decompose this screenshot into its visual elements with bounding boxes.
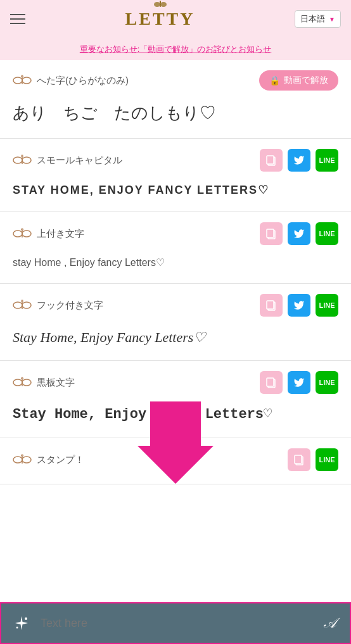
section-small-caps-header: スモールキャピタル LINE: [13, 149, 338, 172]
svg-point-9: [22, 157, 31, 163]
unlock-button[interactable]: 🔒 動画で解放: [259, 70, 338, 91]
sparkle-icon: [13, 615, 30, 631]
line-button-small-caps[interactable]: LINE: [316, 149, 338, 172]
line-button-chalkboard[interactable]: LINE: [316, 371, 338, 394]
svg-point-8: [13, 157, 22, 163]
bottom-input-bar: 𝒜: [0, 602, 351, 644]
lock-icon: 🔒: [269, 75, 280, 85]
copy-button-small-caps[interactable]: [260, 149, 283, 172]
svg-point-39: [25, 617, 27, 620]
svg-point-14: [13, 230, 22, 237]
superscript-actions: LINE: [260, 222, 338, 245]
twitter-icon-2: [293, 228, 305, 239]
twitter-icon: [293, 155, 305, 166]
hiragana-preview: あり ちご たのしもり♡: [13, 98, 338, 128]
svg-point-7: [21, 75, 23, 77]
hamburger-menu[interactable]: [10, 14, 25, 24]
section-superscript-title-area: 上付き文字: [13, 226, 89, 241]
app-header: LETTY 日本語 ▼: [0, 0, 351, 38]
section-hook-title: フック付き文字: [37, 300, 103, 312]
unlock-label: 動画で解放: [284, 75, 328, 86]
copy-icon: [265, 155, 277, 166]
line-button-stamp[interactable]: LINE: [316, 448, 338, 471]
svg-point-4: [13, 77, 22, 84]
butterfly-section-icon-2: [13, 153, 32, 168]
svg-rect-25: [267, 301, 274, 309]
font-style-icon: 𝒜: [324, 615, 336, 631]
twitter-button-chalkboard[interactable]: [288, 371, 310, 394]
line-button-hook[interactable]: LINE: [316, 294, 338, 317]
copy-icon-2: [265, 228, 277, 239]
stamp-actions: LINE: [288, 448, 338, 471]
language-label: 日本語: [300, 13, 325, 25]
copy-icon-3: [265, 300, 277, 311]
copy-button-stamp[interactable]: [288, 448, 310, 471]
svg-point-33: [13, 457, 22, 463]
section-small-caps-title: スモールキャピタル: [37, 155, 122, 167]
line-button-superscript[interactable]: LINE: [316, 222, 338, 245]
twitter-button-superscript[interactable]: [288, 222, 310, 245]
section-stamp-title-area: スタンプ！: [13, 452, 89, 467]
section-superscript-header: 上付き文字 LINE: [13, 222, 338, 245]
copy-icon-5: [293, 454, 305, 465]
svg-point-34: [22, 457, 31, 463]
hook-actions: LINE: [260, 294, 338, 317]
language-arrow-icon: ▼: [329, 16, 335, 23]
svg-point-27: [22, 379, 31, 386]
language-selector[interactable]: 日本語 ▼: [295, 10, 341, 28]
svg-point-3: [160, 1, 161, 3]
svg-point-15: [22, 230, 31, 237]
section-stamp: スタンプ！ LINE: [0, 438, 351, 484]
twitter-button-hook[interactable]: [288, 294, 310, 317]
svg-point-26: [13, 379, 22, 386]
svg-point-21: [22, 302, 31, 308]
section-hiragana-header: へた字(ひらがなのみ) 🔒 動画で解放: [13, 70, 338, 91]
svg-rect-13: [267, 156, 274, 164]
svg-point-0: [154, 2, 160, 7]
section-chalkboard-title-area: 黒板文字: [13, 375, 80, 390]
section-chalkboard-title: 黒板文字: [37, 377, 75, 389]
butterfly-logo-icon: [154, 0, 167, 9]
butterfly-section-icon-3: [13, 226, 32, 241]
twitter-icon-3: [293, 300, 305, 311]
twitter-button-small-caps[interactable]: [288, 149, 310, 172]
line-label-2: LINE: [319, 230, 335, 237]
hook-preview: Stay Home, Enjoy Fancy Letters♡: [13, 324, 338, 350]
svg-point-5: [22, 77, 31, 84]
chalkboard-actions: LINE: [260, 371, 338, 394]
copy-button-hook[interactable]: [260, 294, 283, 317]
section-hook-title-area: フック付き文字: [13, 298, 108, 313]
line-label-4: LINE: [319, 379, 335, 386]
sparkle-button[interactable]: [9, 610, 34, 636]
svg-rect-38: [295, 455, 302, 464]
app-logo: LETTY: [125, 9, 195, 29]
butterfly-section-icon-5: [13, 375, 32, 390]
notice-banner: 重要なお知らせ:「動画で解放」のお詫びとお知らせ: [0, 38, 351, 60]
svg-point-17: [21, 228, 23, 230]
line-label-3: LINE: [319, 301, 335, 309]
hiragana-actions: 🔒 動画で解放: [259, 70, 338, 91]
small-caps-actions: LINE: [260, 149, 338, 172]
section-chalkboard: 黒板文字 LINE Stay H: [0, 361, 351, 438]
section-hiragana-title: へた字(ひらがなのみ): [37, 75, 129, 87]
font-style-button[interactable]: 𝒜: [317, 610, 342, 636]
svg-point-1: [160, 2, 167, 7]
svg-point-11: [21, 155, 23, 157]
section-superscript-title: 上付き文字: [37, 228, 84, 240]
line-label: LINE: [319, 156, 335, 164]
notice-link[interactable]: 重要なお知らせ:「動画で解放」のお詫びとお知らせ: [80, 44, 272, 54]
section-superscript: 上付き文字 LINE stay Home ,: [0, 212, 351, 284]
line-label-5: LINE: [319, 456, 335, 464]
text-input-field[interactable]: [41, 610, 310, 636]
copy-button-superscript[interactable]: [260, 222, 283, 245]
copy-icon-4: [265, 377, 277, 388]
main-content: へた字(ひらがなのみ) 🔒 動画で解放 あり ちご たのしもり♡: [0, 60, 351, 484]
svg-point-23: [21, 300, 23, 302]
copy-button-chalkboard[interactable]: [260, 371, 283, 394]
section-chalkboard-header: 黒板文字 LINE: [13, 371, 338, 394]
section-small-caps-title-area: スモールキャピタル: [13, 153, 127, 168]
section-hook: フック付き文字 LINE Stay Home,: [0, 284, 351, 361]
superscript-preview: stay Home , Enjoy fancy Letters♡: [13, 253, 338, 273]
section-hiragana: へた字(ひらがなのみ) 🔒 動画で解放 あり ちご たのしもり♡: [0, 60, 351, 139]
svg-point-36: [21, 454, 23, 457]
